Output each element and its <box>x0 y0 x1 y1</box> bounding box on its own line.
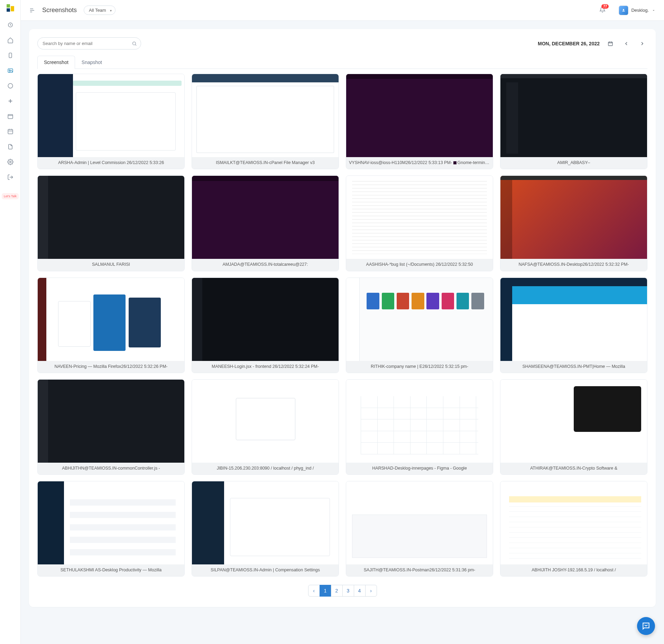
svg-rect-1 <box>7 8 10 12</box>
screenshot-thumb <box>346 176 493 259</box>
screenshot-thumb <box>346 278 493 361</box>
lets-talk-badge[interactable]: Let's Talk <box>2 193 19 199</box>
nav-report-icon[interactable] <box>4 140 17 153</box>
nav-logout-icon[interactable] <box>4 171 17 183</box>
screenshot-caption: ABHIJITHN@TEAMIOSS.IN-commonController.j… <box>38 463 184 474</box>
screenshot-thumb <box>500 481 647 564</box>
screenshot-card[interactable]: ABHIJITH JOSHY-192.168.5.19 / localhost … <box>500 481 647 577</box>
svg-point-10 <box>9 161 11 163</box>
screenshot-caption: ISMAILKT@TEAMIOSS.IN-cPanel File Manager… <box>192 157 339 169</box>
svg-rect-5 <box>8 69 13 73</box>
screenshot-caption: AMJADA@TEAMIOSS.IN-totalcareeu@227: <box>192 259 339 271</box>
calendar-button[interactable] <box>605 38 616 49</box>
nav-device-icon[interactable] <box>4 49 17 62</box>
screenshot-card[interactable]: AMIR_ABBASY-- <box>500 74 647 169</box>
nav-calendar-icon[interactable] <box>4 110 17 123</box>
svg-point-6 <box>9 70 10 71</box>
screenshot-card[interactable]: ABHIJITHN@TEAMIOSS.IN-commonController.j… <box>37 379 185 475</box>
screenshot-caption: ATHIRAK@TEAMIOSS.IN-Crypto Software & <box>500 463 647 474</box>
screenshot-caption: SHAMSEENA@TEAMIOSS.IN-PMT|Home — Mozilla <box>500 361 647 373</box>
page-3[interactable]: 3 <box>342 585 354 597</box>
screenshot-card[interactable]: RITHIK-company name | E26/12/2022 5:32:1… <box>346 278 493 373</box>
screenshot-card[interactable]: ATHIRAK@TEAMIOSS.IN-Crypto Software & <box>500 379 647 475</box>
nav-time-icon[interactable] <box>4 80 17 92</box>
screenshot-card[interactable]: ISMAILKT@TEAMIOSS.IN-cPanel File Manager… <box>192 74 339 169</box>
screenshot-card[interactable]: SHAMSEENA@TEAMIOSS.IN-PMT|Home — Mozilla <box>500 278 647 373</box>
screenshot-caption: MANEESH-Login.jsx - frontend 26/12/2022 … <box>192 361 339 373</box>
screenshot-thumb <box>38 278 184 361</box>
svg-rect-12 <box>608 42 612 46</box>
page-4[interactable]: 4 <box>354 585 366 597</box>
screenshot-thumb <box>192 74 339 157</box>
screenshot-thumb <box>500 74 647 157</box>
screenshot-caption: NAVEEN-Pricing — Mozilla Firefox26/12/20… <box>38 361 184 373</box>
page-next[interactable]: › <box>365 585 377 597</box>
svg-rect-4 <box>9 53 12 58</box>
search-input[interactable] <box>37 37 141 49</box>
avatar <box>619 6 628 15</box>
svg-point-11 <box>133 42 136 45</box>
nav-home-icon[interactable] <box>4 34 17 46</box>
screenshot-card[interactable]: JIBIN-15.206.230.203:8090 / localhost / … <box>192 379 339 475</box>
date-label: MON, DECEMBER 26, 2022 <box>538 41 600 46</box>
screenshot-card[interactable]: SAJITH@TEAMIOSS.IN-Postman26/12/2022 5:3… <box>346 481 493 577</box>
tab-screenshot[interactable]: Screenshot <box>37 56 75 69</box>
nav-dashboard-icon[interactable] <box>4 19 17 31</box>
tabs: ScreenshotSnapshot <box>37 56 647 69</box>
content-panel: MON, DECEMBER 26, 2022 ScreenshotSnapsho… <box>29 29 656 607</box>
search-wrap <box>37 37 141 49</box>
screenshot-thumb <box>500 380 647 463</box>
screenshot-card[interactable]: AASHISHA-*bug list (~/Documents) 26/12/2… <box>346 175 493 271</box>
page-title: Screenshots <box>42 7 77 14</box>
team-select[interactable]: All Team <box>84 6 116 15</box>
screenshot-thumb <box>192 278 339 361</box>
svg-rect-0 <box>7 4 10 8</box>
chat-icon <box>642 622 651 631</box>
svg-rect-2 <box>11 6 14 11</box>
next-day-button[interactable] <box>637 38 647 49</box>
screenshot-card[interactable]: VYSHNAV-ioss@ioss-H110M26/12/2022 5:33:1… <box>346 74 493 169</box>
topbar: Screenshots All Team 77 Desklog. <box>21 0 664 21</box>
screenshot-thumb <box>192 176 339 259</box>
search-icon <box>132 41 137 46</box>
screenshot-thumb <box>38 481 184 564</box>
screenshot-caption: NAFSA@TEAMIOSS.IN-Desktop26/12/2022 5:32… <box>500 259 647 271</box>
menu-toggle-icon[interactable] <box>29 7 35 13</box>
screenshot-caption: AASHISHA-*bug list (~/Documents) 26/12/2… <box>346 259 493 271</box>
screenshot-caption: ARSHA-Admin | Level Commission 26/12/202… <box>38 157 184 169</box>
screenshot-card[interactable]: SALMANUL FARISI <box>37 175 185 271</box>
toolbar: MON, DECEMBER 26, 2022 <box>37 37 647 49</box>
user-name: Desklog. <box>631 8 649 13</box>
screenshot-card[interactable]: MANEESH-Login.jsx - frontend 26/12/2022 … <box>192 278 339 373</box>
notifications-badge: 77 <box>601 4 609 9</box>
screenshot-card[interactable]: AMJADA@TEAMIOSS.IN-totalcareeu@227: <box>192 175 339 271</box>
nav-schedule-icon[interactable] <box>4 125 17 138</box>
screenshot-card[interactable]: SETHULAKSHMI AS-Desklog Productivity — M… <box>37 481 185 577</box>
screenshot-card[interactable]: NAFSA@TEAMIOSS.IN-Desktop26/12/2022 5:32… <box>500 175 647 271</box>
screenshot-caption: SILPAN@TEAMIOSS.IN-Admin | Compensation … <box>192 564 339 576</box>
svg-rect-9 <box>8 129 13 134</box>
screenshot-thumb <box>38 74 184 157</box>
page-2[interactable]: 2 <box>331 585 343 597</box>
pagination: ‹1234› <box>37 585 647 597</box>
svg-rect-8 <box>8 115 13 119</box>
nav-settings-icon[interactable] <box>4 156 17 168</box>
screenshot-card[interactable]: NAVEEN-Pricing — Mozilla Firefox26/12/20… <box>37 278 185 373</box>
page-1[interactable]: 1 <box>320 585 331 597</box>
nav-screenshots-icon[interactable] <box>4 64 17 77</box>
screenshot-thumb <box>192 380 339 463</box>
page-prev[interactable]: ‹ <box>308 585 320 597</box>
screenshot-card[interactable]: ARSHA-Admin | Level Commission 26/12/202… <box>37 74 185 169</box>
screenshot-card[interactable]: HARSHAD-Desklog-innerpages - Figma - Goo… <box>346 379 493 475</box>
sidebar: Let's Talk <box>0 0 21 644</box>
screenshot-caption: RITHIK-company name | E26/12/2022 5:32:1… <box>346 361 493 373</box>
tab-snapshot[interactable]: Snapshot <box>75 56 109 69</box>
user-menu[interactable]: Desklog. <box>619 6 656 15</box>
screenshot-thumb <box>38 176 184 259</box>
prev-day-button[interactable] <box>621 38 631 49</box>
screenshot-card[interactable]: SILPAN@TEAMIOSS.IN-Admin | Compensation … <box>192 481 339 577</box>
chat-fab[interactable] <box>637 617 655 635</box>
screenshot-thumb <box>500 176 647 259</box>
nav-add-icon[interactable] <box>4 95 17 107</box>
notifications-button[interactable]: 77 <box>599 7 606 14</box>
